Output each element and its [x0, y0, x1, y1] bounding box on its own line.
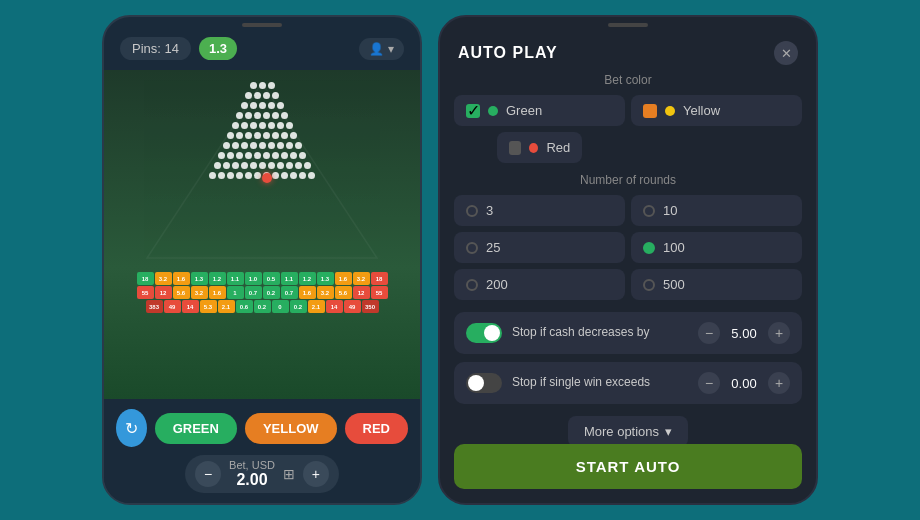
round-radio-3: [466, 205, 478, 217]
multiplier-badge: 1.3: [199, 37, 237, 60]
bet-display: Bet, USD 2.00: [229, 459, 275, 489]
yellow-checkbox: [643, 104, 657, 118]
stack-icon: ⊞: [283, 466, 295, 482]
round-value-10: 10: [663, 203, 677, 218]
pin-row-6: [132, 132, 392, 139]
pin-row-7: [132, 142, 392, 149]
red-label: Red: [546, 140, 570, 155]
green-checkbox: ✓: [466, 104, 480, 118]
rounds-grid: 3 10 25 100 200: [454, 195, 802, 300]
round-radio-500: [643, 279, 655, 291]
stop-win-row: Stop if single win exceeds − 0.00 +: [454, 362, 802, 404]
red-button[interactable]: RED: [345, 413, 408, 444]
red-checkbox: [509, 141, 522, 155]
round-option-100[interactable]: 100: [631, 232, 802, 263]
green-label: Green: [506, 103, 542, 118]
yellow-dot: [665, 106, 675, 116]
bet-color-grid: ✓ Green Yellow Red: [454, 95, 802, 163]
close-button[interactable]: ✕: [774, 41, 798, 65]
ball: [262, 173, 272, 183]
win-decrease-button[interactable]: −: [698, 372, 720, 394]
round-value-25: 25: [486, 240, 500, 255]
right-panel-content: Bet color ✓ Green Yellow Red: [440, 73, 816, 444]
chevron-down-icon: ▾: [388, 42, 394, 56]
stop-cash-row: Stop if cash decreases by − 5.00 +: [454, 312, 802, 354]
round-option-25[interactable]: 25: [454, 232, 625, 263]
right-panel-header: AUTO PLAY ✕: [440, 27, 816, 73]
round-option-200[interactable]: 200: [454, 269, 625, 300]
chevron-down-icon: ▾: [665, 424, 672, 439]
win-value-control: − 0.00 +: [698, 372, 790, 394]
yellow-label: Yellow: [683, 103, 720, 118]
bet-row: − Bet, USD 2.00 ⊞ +: [116, 455, 408, 493]
left-phone: Pins: 14 1.3 👤 ▾: [102, 15, 422, 505]
score-row-3: 383 49 14 5.3 2.1 0.6 0.2 0 0.2 2.1 14 4…: [108, 300, 416, 313]
auto-play-title: AUTO PLAY: [458, 44, 558, 62]
bet-color-label: Bet color: [454, 73, 802, 87]
user-icon: 👤: [369, 42, 384, 56]
cash-value-control: − 5.00 +: [698, 322, 790, 344]
green-dot: [488, 106, 498, 116]
round-radio-100: [643, 242, 655, 254]
toggle-knob-cash: [484, 325, 500, 341]
score-row-2: 55 12 5.6 3.2 1.6 1 0.7 0.2 0.7 1.6 3.2 …: [108, 286, 416, 299]
score-rows: 18 3.2 1.6 1.3 1.2 1.1 1.0 0.5 1.1 1.2 1…: [104, 272, 420, 314]
pins-badge: Pins: 14: [120, 37, 191, 60]
pin-row-3: [132, 102, 392, 109]
round-value-200: 200: [486, 277, 508, 292]
round-option-500[interactable]: 500: [631, 269, 802, 300]
stop-cash-label: Stop if cash decreases by: [512, 325, 688, 341]
color-buttons: ↻ GREEN YELLOW RED: [116, 409, 408, 447]
pin-row-5: [132, 122, 392, 129]
stop-cash-toggle[interactable]: [466, 323, 502, 343]
cash-decrease-button[interactable]: −: [698, 322, 720, 344]
cash-increase-button[interactable]: +: [768, 322, 790, 344]
bet-controls: − Bet, USD 2.00 ⊞ +: [185, 455, 339, 493]
right-panel: AUTO PLAY ✕ Bet color ✓ Green Yellow: [438, 15, 818, 505]
round-value-3: 3: [486, 203, 493, 218]
bet-label: Bet, USD: [229, 459, 275, 471]
refresh-button[interactable]: ↻: [116, 409, 147, 447]
stop-win-label: Stop if single win exceeds: [512, 375, 688, 391]
round-value-500: 500: [663, 277, 685, 292]
toggle-knob-win: [468, 375, 484, 391]
more-options-label: More options: [584, 424, 659, 439]
round-radio-10: [643, 205, 655, 217]
win-increase-button[interactable]: +: [768, 372, 790, 394]
phone-header: Pins: 14 1.3 👤 ▾: [104, 27, 420, 70]
more-options-button[interactable]: More options ▾: [568, 416, 688, 444]
round-option-10[interactable]: 10: [631, 195, 802, 226]
bet-decrease-button[interactable]: −: [195, 461, 221, 487]
bet-value: 2.00: [229, 471, 275, 489]
score-row-1: 18 3.2 1.6 1.3 1.2 1.1 1.0 0.5 1.1 1.2 1…: [108, 272, 416, 285]
pin-row-4: [132, 112, 392, 119]
cash-value-display: 5.00: [726, 326, 762, 341]
round-value-100: 100: [663, 240, 685, 255]
round-option-3[interactable]: 3: [454, 195, 625, 226]
user-icon-btn[interactable]: 👤 ▾: [359, 38, 404, 60]
round-radio-200: [466, 279, 478, 291]
rounds-label: Number of rounds: [454, 173, 802, 187]
pin-row-1: [132, 82, 392, 89]
phone-bottom: ↻ GREEN YELLOW RED − Bet, USD 2.00 ⊞ +: [104, 399, 420, 503]
color-option-yellow[interactable]: Yellow: [631, 95, 802, 126]
start-auto-button[interactable]: START AUTO: [454, 444, 802, 489]
main-container: Pins: 14 1.3 👤 ▾: [0, 0, 920, 520]
pin-row-2: [132, 92, 392, 99]
yellow-button[interactable]: YELLOW: [245, 413, 337, 444]
win-value-display: 0.00: [726, 376, 762, 391]
game-area: 18 3.2 1.6 1.3 1.2 1.1 1.0 0.5 1.1 1.2 1…: [104, 70, 420, 399]
stop-win-toggle[interactable]: [466, 373, 502, 393]
bet-increase-button[interactable]: +: [303, 461, 329, 487]
color-option-red[interactable]: Red: [497, 132, 583, 163]
round-radio-25: [466, 242, 478, 254]
red-dot: [529, 143, 538, 153]
color-option-green[interactable]: ✓ Green: [454, 95, 625, 126]
pin-row-9: [132, 162, 392, 169]
green-button[interactable]: GREEN: [155, 413, 237, 444]
pin-row-8: [132, 152, 392, 159]
triangle-area: [132, 78, 392, 268]
